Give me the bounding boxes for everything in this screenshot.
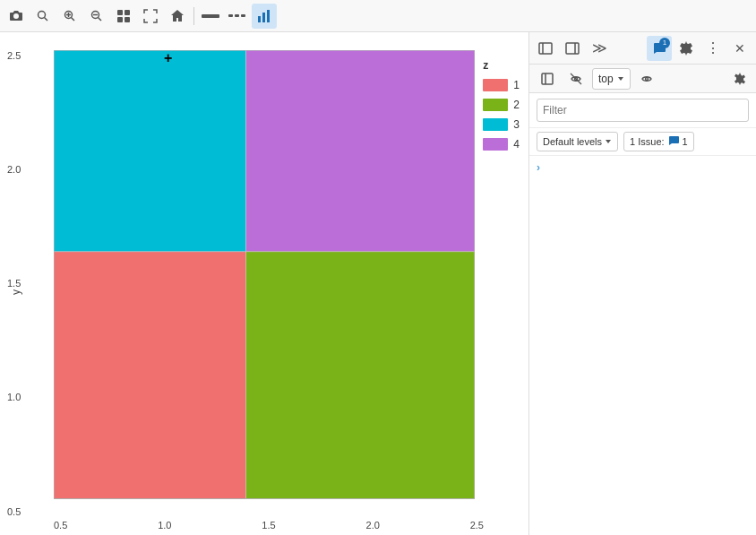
legend-item-3: 3 bbox=[483, 118, 520, 131]
legend-color-3 bbox=[483, 118, 508, 131]
legend-label-1: 1 bbox=[513, 79, 520, 91]
toolbar-separator-1 bbox=[193, 7, 194, 25]
legend-item-4: 4 bbox=[483, 138, 520, 151]
right-panel: ≫ 1 ⋮ ✕ bbox=[528, 32, 756, 535]
sidebar-right-button[interactable] bbox=[560, 36, 585, 61]
y-tick-25: 2.5 bbox=[7, 50, 21, 61]
svg-rect-19 bbox=[267, 10, 270, 22]
quadrant-3 bbox=[54, 50, 246, 252]
panel-content: › bbox=[529, 156, 756, 535]
svg-rect-17 bbox=[258, 16, 261, 22]
chat-button[interactable]: 1 bbox=[647, 36, 672, 61]
levels-dropdown[interactable]: Default levels bbox=[537, 132, 618, 151]
more-button[interactable]: ≫ bbox=[587, 36, 612, 61]
quadrant-1 bbox=[54, 252, 246, 499]
legend-item-1: 1 bbox=[483, 79, 520, 91]
legend-label-4: 4 bbox=[513, 138, 520, 151]
issue-chat-icon bbox=[668, 135, 679, 149]
svg-rect-14 bbox=[228, 14, 233, 17]
quadrant-2 bbox=[246, 252, 475, 499]
y-tick-10: 1.0 bbox=[7, 392, 21, 402]
expand-arrow[interactable]: › bbox=[537, 161, 540, 174]
filter-area bbox=[529, 93, 756, 128]
zoom-in-button[interactable] bbox=[57, 4, 82, 29]
chart-legend: z 1 2 3 4 bbox=[483, 59, 520, 151]
issue-count-label: 1 Issue: bbox=[630, 136, 665, 147]
y-axis-label: y bbox=[10, 289, 22, 295]
legend-title: z bbox=[483, 59, 520, 72]
legend-color-1 bbox=[483, 79, 508, 91]
svg-line-8 bbox=[99, 17, 102, 21]
menu-button[interactable]: ⋮ bbox=[700, 36, 726, 61]
svg-rect-27 bbox=[539, 43, 552, 54]
svg-rect-11 bbox=[117, 17, 123, 22]
dash-line-button[interactable] bbox=[225, 4, 250, 29]
legend-label-2: 2 bbox=[513, 99, 520, 111]
issue-badge: 1 Issue: 1 bbox=[623, 132, 694, 151]
camera-button[interactable] bbox=[4, 4, 29, 29]
chat-badge: 1 bbox=[659, 38, 670, 48]
svg-rect-31 bbox=[542, 73, 553, 84]
bar-chart-button[interactable] bbox=[252, 4, 277, 29]
panel-sidebar-btn[interactable] bbox=[535, 66, 560, 91]
svg-rect-16 bbox=[241, 14, 245, 17]
plot-container: y + bbox=[0, 32, 528, 535]
svg-point-0 bbox=[39, 11, 46, 18]
zoom-out-button[interactable] bbox=[84, 4, 109, 29]
y-tick-15: 1.5 bbox=[7, 278, 21, 289]
svg-rect-10 bbox=[125, 10, 130, 15]
x-tick-20: 2.0 bbox=[366, 520, 380, 531]
x-tick-15: 1.5 bbox=[262, 520, 275, 531]
pan-button[interactable] bbox=[111, 4, 136, 29]
eye-button[interactable] bbox=[634, 66, 659, 91]
legend-item-2: 2 bbox=[483, 99, 520, 111]
plot-area: y + bbox=[0, 32, 528, 535]
issue-badge-count: 1 bbox=[683, 136, 688, 147]
svg-line-5 bbox=[72, 17, 75, 21]
view-dropdown-label: top bbox=[598, 73, 614, 85]
svg-point-35 bbox=[645, 77, 648, 80]
svg-rect-12 bbox=[125, 17, 130, 22]
svg-rect-18 bbox=[262, 13, 265, 22]
svg-rect-13 bbox=[202, 14, 219, 18]
svg-rect-29 bbox=[566, 43, 579, 54]
y-tick-20: 2.0 bbox=[7, 164, 21, 175]
legend-color-4 bbox=[483, 138, 508, 151]
x-tick-25: 2.5 bbox=[470, 520, 484, 531]
zoom-rect-button[interactable] bbox=[30, 4, 56, 29]
close-button[interactable]: ✕ bbox=[727, 36, 752, 61]
main-area: y + bbox=[0, 32, 756, 535]
x-tick-10: 1.0 bbox=[158, 520, 171, 531]
home-button[interactable] bbox=[165, 4, 190, 29]
chart-svg bbox=[54, 50, 475, 499]
settings-button[interactable] bbox=[674, 36, 699, 61]
view-dropdown[interactable]: top bbox=[592, 68, 631, 90]
legend-color-2 bbox=[483, 99, 508, 111]
panel-settings-button[interactable] bbox=[729, 68, 751, 90]
filter-input[interactable] bbox=[537, 99, 749, 122]
legend-label-3: 3 bbox=[513, 118, 520, 131]
x-tick-05: 0.5 bbox=[54, 520, 67, 531]
y-tick-05: 0.5 bbox=[7, 506, 21, 517]
svg-rect-9 bbox=[117, 10, 123, 15]
main-toolbar bbox=[0, 0, 756, 32]
levels-bar: Default levels 1 Issue: 1 bbox=[529, 128, 756, 156]
panel-toolbar2: top bbox=[529, 65, 756, 93]
sidebar-left-button[interactable] bbox=[533, 36, 558, 61]
x-axis-ticks: 0.5 1.0 1.5 2.0 2.5 bbox=[54, 520, 484, 531]
zoom-fit-button[interactable] bbox=[138, 4, 163, 29]
svg-rect-15 bbox=[235, 14, 239, 17]
levels-label: Default levels bbox=[543, 136, 602, 147]
hide-button[interactable] bbox=[563, 66, 588, 91]
y-axis-ticks: 2.5 2.0 1.5 1.0 0.5 bbox=[7, 50, 21, 517]
color-line-button[interactable] bbox=[198, 4, 223, 29]
svg-line-1 bbox=[45, 17, 48, 21]
quadrant-4 bbox=[246, 50, 475, 252]
right-panel-toolbar: ≫ 1 ⋮ ✕ bbox=[529, 32, 756, 65]
